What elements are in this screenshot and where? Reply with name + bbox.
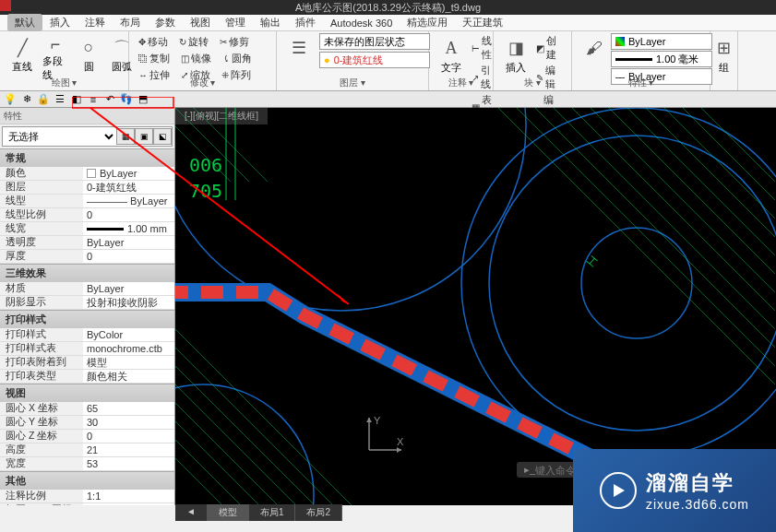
prop-row[interactable]: 圆心 X 坐标65	[0, 402, 174, 416]
group-button[interactable]: ⊞组	[716, 33, 732, 77]
draw-panel-label[interactable]: 绘图 ▾	[0, 77, 128, 89]
qat-lock-icon[interactable]: 🔒	[37, 93, 50, 106]
block-panel-label[interactable]: 块 ▾	[494, 77, 571, 89]
line-button[interactable]: ╱直线	[6, 33, 39, 76]
prop-value[interactable]: ByLayer	[83, 236, 174, 249]
prop-group-header[interactable]: 打印样式	[0, 310, 174, 328]
prop-row[interactable]: 打印样式ByColor	[0, 328, 174, 342]
circle-button[interactable]: ○圆	[72, 33, 105, 76]
fillet-button[interactable]: ⤹ 圆角	[219, 51, 256, 66]
selection-dropdown[interactable]: 无选择 ▦ ▣ ⬕	[2, 126, 173, 147]
prop-value[interactable]: 65	[83, 402, 174, 415]
prop-value[interactable]: 1:1	[83, 490, 174, 502]
current-layer-dropdown[interactable]: ●0-建筑红线	[319, 52, 430, 68]
prop-row[interactable]: 打印表类型颜色相关	[0, 370, 174, 384]
copy-button[interactable]: ⿻ 复制	[135, 51, 173, 66]
menu-view[interactable]: 视图	[183, 14, 218, 31]
prop-value[interactable]: ByLayer	[83, 167, 174, 180]
prop-value[interactable]: 0	[83, 250, 174, 263]
qat-freeze-icon[interactable]: ❄	[20, 93, 33, 106]
move-button[interactable]: ✥ 移动	[135, 34, 172, 50]
tab-model[interactable]: 模型	[208, 504, 249, 521]
prop-value[interactable]: ———— ByLayer	[83, 195, 174, 207]
qat-layer-icon[interactable]: ☰	[54, 93, 66, 106]
layers-panel-label[interactable]: 图层 ▾	[277, 77, 428, 89]
prop-value[interactable]: 颜色相关	[83, 370, 174, 383]
menu-manage[interactable]: 管理	[218, 14, 253, 31]
menu-param[interactable]: 参数	[148, 14, 183, 31]
modify-panel-label[interactable]: 修改 ▾	[129, 77, 276, 89]
menu-annotate[interactable]: 注释	[78, 14, 113, 31]
prop-row[interactable]: 图层0-建筑红线	[0, 181, 174, 195]
prop-row[interactable]: 颜色ByLayer	[0, 167, 174, 181]
select-objects-button[interactable]: ▣	[135, 128, 153, 145]
menu-insert[interactable]: 插入	[42, 14, 78, 31]
toggle-pickadd-button[interactable]: ⬕	[153, 128, 172, 145]
menu-plugin[interactable]: 插件	[288, 14, 323, 31]
polyline-button[interactable]: ⌐多段线	[39, 33, 72, 76]
prop-value[interactable]: 投射和接收阴影	[83, 296, 174, 309]
prop-value[interactable]: 1.00 mm	[83, 222, 174, 235]
prop-value[interactable]: ByColor	[83, 328, 174, 341]
props-panel-label[interactable]: 特性 ▾	[572, 77, 710, 89]
prop-row[interactable]: 高度21	[0, 443, 174, 457]
prop-row[interactable]: 注释比例1:1	[0, 490, 174, 503]
menu-a360[interactable]: Autodesk 360	[323, 16, 400, 30]
block-icon: ◨	[503, 35, 529, 61]
tab-layout1[interactable]: 布局1	[249, 504, 296, 521]
prop-row[interactable]: 圆心 Z 坐标0	[0, 430, 174, 443]
prop-row[interactable]: 打印样式表monochrome.ctb	[0, 342, 174, 356]
qat-prev-icon[interactable]: ↶	[103, 93, 116, 106]
prop-row[interactable]: 厚度0	[0, 250, 174, 264]
qat-layerwalk-icon[interactable]: 👣	[120, 93, 133, 106]
trim-button[interactable]: ✂ 修剪	[216, 34, 253, 50]
drawing-canvas[interactable]: [-][俯视][二维线框] 工	[175, 108, 776, 505]
menu-featured[interactable]: 精选应用	[400, 14, 455, 31]
qat-isolate-icon[interactable]: ◧	[70, 93, 83, 106]
mirror-button[interactable]: ◫ 镜像	[177, 51, 215, 66]
tab-layout2[interactable]: 布局2	[295, 504, 342, 521]
tab-nav-left[interactable]: ◄	[175, 504, 208, 521]
prop-value[interactable]: monochrome.ctb	[83, 342, 174, 355]
prop-row[interactable]: 线宽1.00 mm	[0, 222, 174, 236]
prop-value[interactable]: 53	[83, 457, 174, 470]
prop-row[interactable]: 透明度ByLayer	[0, 236, 174, 250]
prop-value[interactable]: ByLayer	[83, 282, 174, 295]
prop-row[interactable]: 材质ByLayer	[0, 282, 174, 296]
menu-default[interactable]: 默认	[7, 14, 42, 31]
prop-group-header[interactable]: 其他	[0, 471, 174, 490]
rotate-button[interactable]: ↻ 旋转	[175, 34, 212, 50]
prop-row[interactable]: 打印表附着到模型	[0, 356, 174, 370]
prop-row[interactable]: 宽度53	[0, 457, 174, 471]
layer-state-dropdown[interactable]: 未保存的图层状态	[319, 33, 430, 50]
qat-merge-icon[interactable]: ⬒	[137, 93, 149, 106]
qat-match-icon[interactable]: ≡	[87, 93, 100, 106]
layer-props-button[interactable]: ☰	[282, 33, 316, 68]
selection-select[interactable]: 无选择	[3, 128, 116, 145]
menu-tangent[interactable]: 天正建筑	[455, 14, 510, 31]
prop-value[interactable]: 0	[83, 430, 174, 443]
prop-row[interactable]: 打开 UCS 图标是	[0, 503, 174, 505]
prop-value[interactable]: 是	[83, 503, 174, 505]
color-dropdown[interactable]: ByLayer	[611, 33, 712, 50]
qat-lightbulb-icon[interactable]: 💡	[4, 93, 17, 106]
menu-output[interactable]: 输出	[253, 14, 288, 31]
prop-group-header[interactable]: 三维效果	[0, 264, 174, 282]
prop-group-header[interactable]: 常规	[0, 148, 174, 167]
dim-linear-button[interactable]: ⊢ 线性	[468, 33, 495, 63]
lineweight-dropdown[interactable]: 1.00 毫米	[611, 51, 712, 67]
annot-panel-label[interactable]: 注释 ▾	[429, 77, 493, 89]
prop-value[interactable]: 模型	[83, 356, 174, 369]
prop-value[interactable]: 0	[83, 208, 174, 221]
prop-value[interactable]: 21	[83, 443, 174, 456]
prop-row[interactable]: 线型比例0	[0, 208, 174, 222]
menu-layout[interactable]: 布局	[113, 14, 148, 31]
prop-row[interactable]: 圆心 Y 坐标30	[0, 416, 174, 430]
block-create-button[interactable]: ◩ 创建	[532, 33, 566, 63]
quick-select-button[interactable]: ▦	[116, 128, 135, 145]
prop-group-header[interactable]: 视图	[0, 384, 174, 402]
prop-row[interactable]: 线型———— ByLayer	[0, 195, 174, 208]
prop-value[interactable]: 0-建筑红线	[83, 181, 174, 194]
prop-value[interactable]: 30	[83, 416, 174, 429]
prop-row[interactable]: 阴影显示投射和接收阴影	[0, 296, 174, 310]
